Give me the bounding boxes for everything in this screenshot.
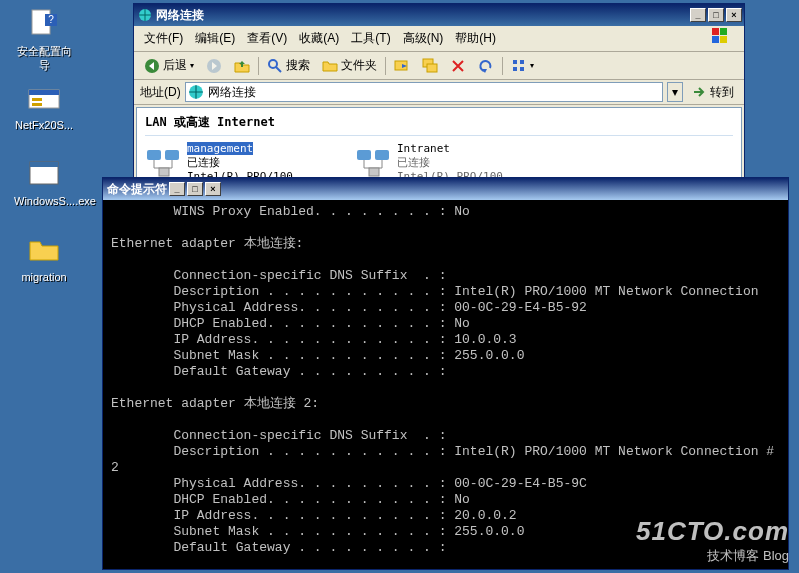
desktop-icon-label: WindowsS....exe — [14, 195, 96, 207]
svg-rect-29 — [357, 150, 371, 160]
close-button[interactable]: × — [205, 182, 221, 196]
menu-file[interactable]: 文件(F) — [138, 28, 189, 49]
forward-button[interactable] — [202, 56, 226, 76]
watermark-line1: 51CTO.com — [636, 516, 789, 547]
svg-rect-26 — [147, 150, 161, 160]
back-button[interactable]: 后退 ▾ — [140, 55, 198, 76]
up-folder-icon — [234, 58, 250, 74]
undo-button[interactable] — [474, 56, 498, 76]
watermark: 51CTO.com 技术博客 Blog — [636, 516, 789, 565]
svg-rect-20 — [427, 64, 437, 72]
svg-rect-11 — [720, 28, 727, 35]
maximize-button[interactable]: □ — [187, 182, 203, 196]
delete-icon — [450, 58, 466, 74]
svg-rect-30 — [375, 150, 389, 160]
move-to-icon — [394, 58, 410, 74]
menu-tools[interactable]: 工具(T) — [345, 28, 396, 49]
svg-point-16 — [269, 60, 277, 68]
exe-window-icon — [28, 158, 60, 190]
cmd-title: 命令提示符 — [107, 181, 167, 198]
svg-rect-4 — [29, 90, 59, 95]
desktop-icon-migration[interactable]: migration — [14, 234, 74, 284]
desktop-icon-windowss-exe[interactable]: WindowsS....exe — [14, 158, 74, 208]
folders-button[interactable]: 文件夹 — [318, 55, 381, 76]
menu-view[interactable]: 查看(V) — [241, 28, 293, 49]
views-button[interactable]: ▾ — [507, 56, 538, 76]
explorer-window: 网络连接 _ □ × 文件(F) 编辑(E) 查看(V) 收藏(A) 工具(T)… — [133, 3, 745, 185]
svg-rect-12 — [712, 36, 719, 43]
up-button[interactable] — [230, 56, 254, 76]
desktop-icon-netfx[interactable]: NetFx20S... — [14, 82, 74, 132]
menu-help[interactable]: 帮助(H) — [449, 28, 502, 49]
views-icon — [511, 58, 527, 74]
forward-icon — [206, 58, 222, 74]
desktop-icon-label: migration — [21, 271, 66, 283]
close-button[interactable]: × — [726, 8, 742, 22]
nic-icon — [355, 146, 391, 180]
cmd-window: C:\ 命令提示符 _ □ × WINS Proxy Enabled. . . … — [102, 177, 789, 570]
svg-rect-24 — [520, 67, 524, 71]
nic-icon — [145, 146, 181, 180]
connection-status: 已连接 — [397, 156, 523, 170]
svg-rect-13 — [720, 36, 727, 43]
svg-line-17 — [276, 67, 281, 72]
cmd-titlebar[interactable]: C:\ 命令提示符 _ □ × — [103, 178, 788, 200]
svg-rect-8 — [30, 162, 58, 167]
go-arrow-icon — [691, 84, 707, 100]
tool-move-button[interactable] — [390, 56, 414, 76]
go-button[interactable]: 转到 — [687, 84, 738, 101]
svg-rect-27 — [165, 150, 179, 160]
svg-rect-31 — [369, 168, 379, 176]
minimize-button[interactable]: _ — [690, 8, 706, 22]
explorer-content[interactable]: LAN 或高速 Internet management 已连接 Intel(R)… — [136, 107, 742, 187]
maximize-button[interactable]: □ — [708, 8, 724, 22]
search-icon — [267, 58, 283, 74]
explorer-menubar: 文件(F) 编辑(E) 查看(V) 收藏(A) 工具(T) 高级(N) 帮助(H… — [134, 26, 744, 52]
windows-flag-icon — [712, 28, 740, 44]
desktop-icon-security-wizard[interactable]: ? 安全配置向导 — [14, 8, 74, 72]
minimize-button[interactable]: _ — [169, 182, 185, 196]
setup-icon — [28, 82, 60, 114]
explorer-toolbar: 后退 ▾ 搜索 文件夹 ▾ — [134, 52, 744, 80]
connection-name: Intranet — [397, 142, 523, 156]
desktop-icon-label: NetFx20S... — [15, 119, 73, 131]
group-header: LAN 或高速 Internet — [137, 108, 741, 135]
menu-fav[interactable]: 收藏(A) — [293, 28, 345, 49]
copy-to-icon — [422, 58, 438, 74]
chevron-down-icon: ▾ — [190, 61, 194, 70]
search-button[interactable]: 搜索 — [263, 55, 314, 76]
desktop-icon-label: 安全配置向导 — [17, 45, 72, 71]
connection-name: management — [187, 142, 253, 155]
svg-rect-21 — [513, 60, 517, 64]
folder-icon — [28, 234, 60, 266]
shield-icon: ? — [28, 8, 60, 40]
cmd-output[interactable]: WINS Proxy Enabled. . . . . . . . : No E… — [103, 200, 788, 569]
address-dropdown[interactable]: ▾ — [667, 82, 683, 102]
svg-rect-5 — [32, 98, 42, 101]
back-icon — [144, 58, 160, 74]
network-icon — [138, 8, 152, 22]
tool-copy-button[interactable] — [418, 56, 442, 76]
folders-icon — [322, 58, 338, 74]
explorer-title: 网络连接 — [156, 7, 204, 24]
svg-rect-6 — [32, 103, 42, 106]
svg-rect-22 — [520, 60, 524, 64]
connection-status: 已连接 — [187, 156, 313, 170]
menu-advanced[interactable]: 高级(N) — [397, 28, 450, 49]
undo-icon — [478, 58, 494, 74]
watermark-line2: 技术博客 Blog — [636, 547, 789, 565]
network-icon — [188, 84, 204, 100]
svg-rect-10 — [712, 28, 719, 35]
svg-rect-23 — [513, 67, 517, 71]
chevron-down-icon: ▾ — [530, 61, 534, 70]
address-bar: 地址(D) ▾ 转到 — [134, 80, 744, 105]
explorer-titlebar[interactable]: 网络连接 _ □ × — [134, 4, 744, 26]
menu-edit[interactable]: 编辑(E) — [189, 28, 241, 49]
address-label: 地址(D) — [140, 84, 181, 101]
address-input[interactable] — [185, 82, 663, 102]
svg-rect-28 — [159, 168, 169, 176]
svg-text:?: ? — [48, 14, 54, 25]
delete-button[interactable] — [446, 56, 470, 76]
